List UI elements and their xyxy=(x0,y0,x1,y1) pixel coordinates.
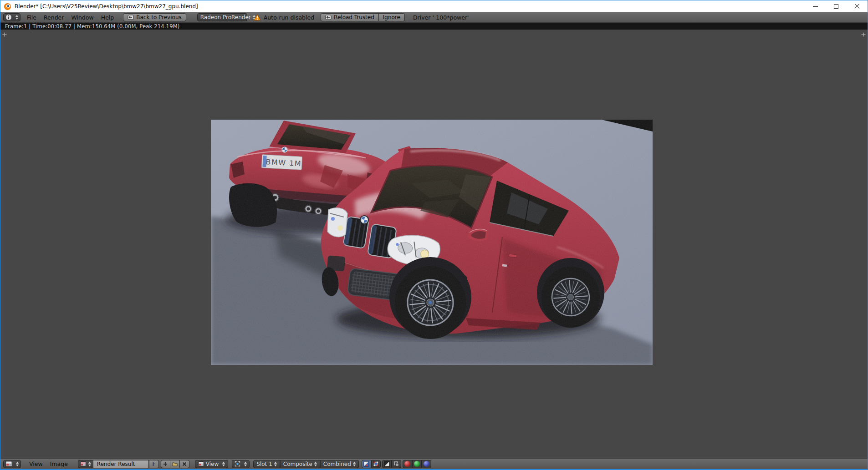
view-mode-select[interactable]: View xyxy=(195,460,228,468)
window-title: Blender* [C:\Users\V25Review\Desktop\bmw… xyxy=(15,3,198,10)
warning-icon xyxy=(254,14,261,21)
image-editor-header: View Image Render Result F xyxy=(0,458,868,469)
blue-sphere-icon xyxy=(424,461,429,467)
minimize-button[interactable] xyxy=(805,0,826,12)
display-alpha-toggle[interactable] xyxy=(371,460,381,468)
display-zbuffer-toggle[interactable] xyxy=(382,460,392,468)
ignore-label: Ignore xyxy=(383,14,400,20)
driver-status-label: Driver '-100*power' xyxy=(409,14,473,21)
layer-select[interactable]: Composite xyxy=(280,460,320,468)
image-editor-viewport[interactable]: BMW 1M xyxy=(0,30,868,458)
green-channel-toggle[interactable] xyxy=(412,460,422,468)
pivot-arrows xyxy=(244,462,247,466)
rgba-triangle-icon xyxy=(363,461,369,467)
layer-arrows xyxy=(314,462,317,466)
menu-window[interactable]: Window xyxy=(67,14,97,21)
editor-type-selector[interactable] xyxy=(3,13,20,21)
reload-icon xyxy=(325,15,332,20)
unlink-image-button[interactable] xyxy=(180,460,189,468)
render-stats-bar: Frame:1 | Time:00:08.77 | Mem:150.64M (0… xyxy=(0,23,868,30)
plus-icon xyxy=(163,462,168,466)
editor-selector-arrows xyxy=(16,462,19,466)
menu-image[interactable]: Image xyxy=(46,460,71,467)
folder-icon xyxy=(172,462,178,466)
blender-logo-icon xyxy=(4,3,11,10)
overlapping-squares-icon xyxy=(393,461,399,467)
new-image-button[interactable] xyxy=(161,460,170,468)
pivot-point-selector[interactable] xyxy=(232,460,250,468)
close-icon xyxy=(854,4,860,9)
checker-icon xyxy=(373,461,379,467)
fake-user-button[interactable]: F xyxy=(149,460,159,468)
menu-view[interactable]: View xyxy=(26,460,46,467)
pass-select[interactable]: Combined xyxy=(320,460,359,468)
view-mode-value: View xyxy=(206,461,219,467)
blender-window: Blender* [C:\Users\V25Review\Desktop\bmw… xyxy=(0,0,868,470)
menu-help[interactable]: Help xyxy=(97,14,118,21)
view-mode-icon xyxy=(198,461,204,466)
region-expand-icon-left[interactable] xyxy=(2,32,7,37)
editor-type-selector-image[interactable] xyxy=(3,460,21,468)
image-thumb-icon xyxy=(80,461,86,466)
ignore-button[interactable]: Ignore xyxy=(379,13,405,21)
editor-selector-arrows xyxy=(15,15,18,20)
back-to-previous-button[interactable]: Back to Previous xyxy=(123,13,186,21)
autorun-warning-label: Auto-run disabled xyxy=(262,14,316,21)
slot-value: Slot 1 xyxy=(256,461,272,467)
fake-user-label: F xyxy=(152,461,155,467)
region-expand-icon-right[interactable] xyxy=(861,32,866,37)
image-browse-button[interactable] xyxy=(78,460,93,468)
half-diagonal-icon xyxy=(384,461,390,467)
pass-value: Combined xyxy=(323,461,351,467)
pivot-icon xyxy=(235,461,240,467)
minimize-icon xyxy=(813,6,818,7)
reload-trusted-button[interactable]: Reload Trusted xyxy=(321,13,379,21)
layer-value: Composite xyxy=(283,461,312,467)
display-rgba-toggle[interactable] xyxy=(362,460,371,468)
red-sphere-icon xyxy=(404,461,410,467)
render-scene: BMW 1M xyxy=(211,120,653,365)
open-image-button[interactable] xyxy=(170,460,180,468)
render-result-image: BMW 1M xyxy=(211,120,653,365)
image-browse-arrows xyxy=(88,462,91,466)
render-stats-text: Frame:1 | Time:00:08.77 | Mem:150.64M (0… xyxy=(5,23,179,30)
info-header: File Render Window Help Back to Previous… xyxy=(0,12,868,23)
back-to-previous-label: Back to Previous xyxy=(136,14,182,20)
x-icon xyxy=(182,462,187,466)
green-sphere-icon xyxy=(414,461,420,467)
maximize-button[interactable] xyxy=(826,0,847,12)
view-mode-arrows xyxy=(222,462,225,466)
copy-image-toggle[interactable] xyxy=(392,460,401,468)
render-engine-select[interactable]: Radeon ProRender xyxy=(197,13,247,21)
maximize-icon xyxy=(834,4,838,9)
back-icon xyxy=(128,15,134,20)
menu-render[interactable]: Render xyxy=(40,14,68,21)
image-name-field[interactable]: Render Result xyxy=(93,460,149,468)
red-channel-toggle[interactable] xyxy=(403,460,412,468)
close-button[interactable] xyxy=(847,0,868,12)
titlebar: Blender* [C:\Users\V25Review\Desktop\bmw… xyxy=(0,0,868,12)
slot-select[interactable]: Slot 1 xyxy=(253,460,280,468)
window-controls xyxy=(805,0,868,12)
blue-channel-toggle[interactable] xyxy=(422,460,431,468)
reload-trusted-label: Reload Trusted xyxy=(334,14,374,20)
image-name-value: Render Result xyxy=(97,461,135,467)
render-engine-value: Radeon ProRender xyxy=(200,14,251,20)
info-editor-icon xyxy=(5,14,12,20)
menu-file[interactable]: File xyxy=(23,14,40,21)
image-editor-icon xyxy=(5,461,12,467)
pass-arrows xyxy=(353,462,356,466)
slot-arrows xyxy=(274,462,277,466)
